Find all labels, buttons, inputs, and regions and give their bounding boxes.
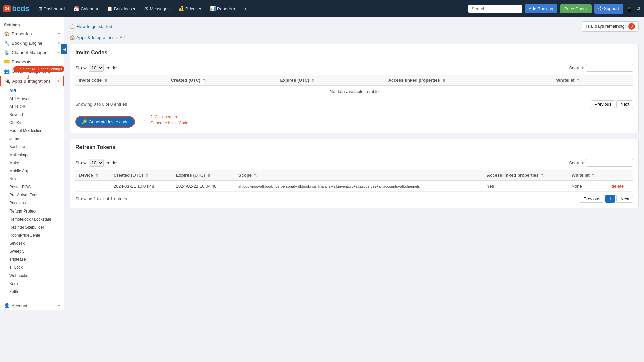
price-check-button[interactable]: Price Check bbox=[560, 4, 592, 13]
col-rt-actions bbox=[608, 170, 633, 181]
sidebar-item-properties[interactable]: 🏠 Properties ▾ bbox=[0, 29, 64, 38]
trial-badge: Trial days remaining: 8 bbox=[582, 21, 639, 32]
sidebar-sub-pricelabs[interactable]: Pricelabs bbox=[0, 199, 64, 207]
sidebar-sub-api-arrivals[interactable]: API Arrivals bbox=[0, 95, 64, 103]
mobile-icon: 📱 bbox=[626, 6, 633, 12]
sidebar-sub-xero[interactable]: Xero bbox=[0, 280, 64, 288]
main-layout: ◀ Settings 🏠 Properties ▾ 🔧 Booking Engi… bbox=[0, 17, 644, 362]
cell-access-linked: Yes bbox=[484, 181, 568, 192]
refresh-tokens-pagination-btns: Previous 1 Next bbox=[580, 195, 633, 203]
sidebar-sub-roompricegenie[interactable]: RoomPriceGenie bbox=[0, 231, 64, 239]
nav-bookings[interactable]: 📋 Bookings ▾ bbox=[104, 4, 139, 13]
sidebar-sub-chekin[interactable]: CheKin bbox=[0, 119, 64, 127]
sidebar-sub-webhooks[interactable]: Webhooks bbox=[0, 272, 64, 280]
breadcrumb-apps-integrations[interactable]: Apps & Integrations bbox=[76, 35, 114, 40]
sidebar-sub-ttlock[interactable]: TTLock bbox=[0, 263, 64, 272]
sidebar-sub-api-pos[interactable]: API POS bbox=[0, 103, 64, 111]
how-to-link[interactable]: 📋 How to get started bbox=[70, 24, 112, 29]
refresh-tokens-table: Device ⇅ Created (UTC) ⇅ Expires (UTC) ⇅ bbox=[75, 170, 633, 192]
sort-rt-access-icon[interactable]: ⇅ bbox=[541, 173, 544, 177]
sidebar-sub-make[interactable]: Make bbox=[0, 159, 64, 167]
sidebar-item-payments[interactable]: 💳 Payments bbox=[0, 57, 64, 66]
sidebar-sub-api[interactable]: API bbox=[0, 86, 64, 95]
sidebar-item-apps-integrations[interactable]: 🔌 Apps & Integrations ▾ bbox=[0, 76, 64, 86]
col-scope: Scope ⇅ bbox=[235, 170, 484, 181]
bookings-dropdown-icon: ▾ bbox=[133, 6, 136, 11]
sidebar-sub-poster-pos[interactable]: Poster POS bbox=[0, 183, 64, 191]
sidebar-item-channel-manager[interactable]: 📡 Channel Manager ▾ bbox=[0, 48, 64, 57]
sort-rt-whitelist-icon[interactable]: ⇅ bbox=[592, 173, 595, 177]
sort-created-icon[interactable]: ⇅ bbox=[203, 78, 206, 82]
sidebar-item-account[interactable]: 👤 Account ▾ bbox=[0, 301, 64, 310]
device-icons: 📱 🖥 bbox=[626, 6, 641, 12]
invite-prev-button[interactable]: Previous bbox=[591, 100, 615, 108]
sort-expires-icon[interactable]: ⇅ bbox=[312, 78, 315, 82]
payments-icon: 💳 bbox=[4, 59, 10, 64]
delete-token-button[interactable]: delete bbox=[612, 184, 624, 189]
sidebar-sub-refund-protect[interactable]: Refund Protect bbox=[0, 207, 64, 215]
refresh-tokens-search-input[interactable] bbox=[586, 159, 633, 167]
sidebar-sub-mailchimp[interactable]: Mailchimp bbox=[0, 151, 64, 159]
show-entries-select-invite[interactable]: 10 25 50 bbox=[89, 64, 104, 72]
sort-device-icon[interactable]: ⇅ bbox=[96, 173, 99, 177]
sidebar-item-booking-engine[interactable]: 🔧 Booking Engine ▾ bbox=[0, 38, 64, 48]
sort-whitelist-icon[interactable]: ⇅ bbox=[577, 78, 580, 82]
invite-next-button[interactable]: Next bbox=[616, 100, 633, 108]
invite-codes-title: Invite Codes bbox=[75, 50, 633, 59]
sort-invite-code-icon[interactable]: ⇅ bbox=[104, 78, 107, 82]
apps-integrations-icon: 🔌 bbox=[5, 78, 10, 84]
sidebar-collapse-button[interactable]: ◀ bbox=[61, 44, 67, 54]
nav-calendar[interactable]: 📅 Calendar bbox=[70, 4, 102, 13]
sidebar-sub-nuki[interactable]: Nuki bbox=[0, 175, 64, 183]
generate-section: 🔑 Generate invite code → 2. Click here t… bbox=[75, 112, 633, 128]
content-area: 📋 How to get started Trial days remainin… bbox=[64, 17, 644, 362]
sort-access-icon[interactable]: ⇅ bbox=[442, 78, 445, 82]
nav-reports[interactable]: 📊 Reports ▾ bbox=[207, 4, 239, 13]
sidebar-sub-jomres[interactable]: Jomres bbox=[0, 135, 64, 143]
sort-rt-expires-icon[interactable]: ⇅ bbox=[207, 173, 210, 177]
invite-codes-pagination: Showing 0 to 0 of 0 entries Previous Nex… bbox=[75, 100, 633, 108]
settings-label: Settings bbox=[0, 20, 64, 29]
sidebar-sub-remotelock[interactable]: Remotelock / Lockstate bbox=[0, 215, 64, 223]
properties-icon: 🏠 bbox=[4, 31, 10, 36]
sort-scope-icon[interactable]: ⇅ bbox=[254, 173, 257, 177]
refresh-tokens-controls: Show 10 25 50 entries Search: bbox=[75, 159, 633, 167]
search-input[interactable] bbox=[468, 5, 522, 13]
sidebar-sub-triptease[interactable]: Triptease bbox=[0, 255, 64, 263]
rt-next-button[interactable]: Next bbox=[616, 195, 633, 203]
sidebar-sub-sweeply[interactable]: Sweeply bbox=[0, 247, 64, 255]
key-icon: 🔑 bbox=[82, 119, 87, 124]
apps-integrations-arrow-icon: ▾ bbox=[57, 79, 59, 83]
logo[interactable]: 24 beds bbox=[3, 4, 30, 13]
nav-right-area: Add Booking Price Check ⓪ Support 📱 🖥 bbox=[468, 4, 641, 14]
invite-codes-search-input[interactable] bbox=[586, 64, 633, 72]
nav-prices[interactable]: 💰 Prices ▾ bbox=[175, 4, 205, 13]
calendar-icon: 📅 bbox=[73, 6, 79, 11]
support-button[interactable]: ⓪ Support bbox=[594, 4, 623, 14]
sidebar-sub-pre-arrival-tool[interactable]: Pre-Arrival-Tool bbox=[0, 191, 64, 199]
sidebar-sub-sevdesk[interactable]: Sevdesk bbox=[0, 239, 64, 247]
content-topbar: 📋 How to get started Trial days remainin… bbox=[70, 21, 639, 32]
sidebar-sub-feratel[interactable]: Feratel Meldeclient bbox=[0, 127, 64, 135]
nav-dashboard[interactable]: ⊞ Dashboard bbox=[35, 4, 68, 13]
generate-invite-code-button[interactable]: 🔑 Generate invite code bbox=[75, 116, 135, 128]
rt-page-1-button[interactable]: 1 bbox=[605, 195, 615, 203]
channel-manager-arrow-icon: ▾ bbox=[58, 50, 60, 55]
sidebar-sub-mobile-app[interactable]: Mobile App bbox=[0, 167, 64, 175]
nav-messages[interactable]: ✉ Messages bbox=[141, 4, 173, 13]
invite-codes-controls: Show 10 25 50 entries Search: bbox=[75, 64, 633, 72]
show-entries-select-refresh[interactable]: 10 25 50 bbox=[89, 159, 104, 167]
messages-icon: ✉ bbox=[144, 6, 148, 11]
sidebar-sub-rezintel[interactable]: Rezintel Sitebuilder bbox=[0, 223, 64, 231]
rt-prev-button[interactable]: Previous bbox=[580, 195, 604, 203]
annotation-step2: 2. Click here to Generate Invite Code bbox=[150, 114, 189, 126]
add-booking-button[interactable]: Add Booking bbox=[525, 4, 557, 13]
invite-codes-search: Search: bbox=[569, 64, 633, 72]
nav-history[interactable]: ↩ bbox=[241, 4, 252, 13]
sidebar-sub-zettle[interactable]: Zettle bbox=[0, 288, 64, 296]
sidebar-sub-beyond[interactable]: Beyond bbox=[0, 111, 64, 119]
col-created-utc: Created (UTC) ⇅ bbox=[168, 75, 277, 86]
sidebar-sub-kashflow[interactable]: Kashflow bbox=[0, 143, 64, 151]
sort-rt-created-icon[interactable]: ⇅ bbox=[146, 173, 149, 177]
prices-dropdown-icon: ▾ bbox=[199, 6, 201, 11]
